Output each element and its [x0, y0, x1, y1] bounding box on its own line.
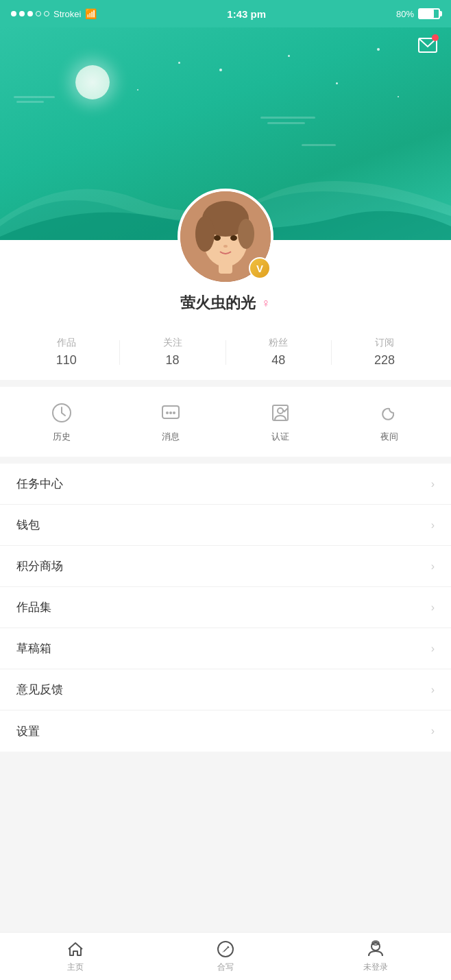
- action-message-label: 消息: [162, 431, 180, 443]
- nav-user-label: 未登录: [363, 961, 388, 973]
- menu-drafts[interactable]: 草稿箱 ›: [0, 628, 451, 669]
- menu-wallet-label: 钱包: [16, 517, 40, 533]
- star-6: [178, 62, 180, 64]
- menu-points-shop-label: 积分商场: [16, 558, 63, 574]
- nav-home-label: 主页: [67, 961, 84, 973]
- cloud-5: [302, 144, 336, 146]
- quick-actions: 历史 消息 认证: [0, 387, 451, 457]
- nav-user[interactable]: 未登录: [301, 940, 451, 973]
- svg-point-12: [166, 411, 169, 414]
- stat-subscribe-value: 228: [374, 353, 395, 368]
- menu-list: 任务中心 › 钱包 › 积分商场 › 作品集 › 草稿箱 › 意见反馈 › 设置…: [0, 464, 451, 752]
- stat-works-label: 作品: [57, 337, 76, 349]
- menu-feedback-label: 意见反馈: [16, 682, 63, 697]
- history-icon: [49, 401, 74, 425]
- gender-icon: ♀: [261, 296, 271, 311]
- nav-collab[interactable]: 合写: [150, 940, 300, 973]
- action-verify-label: 认证: [271, 431, 289, 443]
- menu-drafts-label: 草稿箱: [16, 641, 51, 656]
- menu-task-center[interactable]: 任务中心 ›: [0, 464, 451, 505]
- stats-row: 作品 110 关注 18 粉丝 48 订阅 228: [0, 324, 451, 380]
- svg-point-14: [173, 411, 175, 414]
- cloud-1: [14, 96, 55, 98]
- avatar-wrapper: V: [178, 189, 273, 285]
- battery-icon: [418, 8, 440, 19]
- signal-dot-5: [44, 11, 49, 16]
- star-4: [377, 48, 380, 51]
- svg-point-9: [223, 245, 228, 248]
- menu-feedback[interactable]: 意见反馈 ›: [0, 669, 451, 710]
- menu-works-collection-label: 作品集: [16, 599, 51, 615]
- action-night[interactable]: 夜间: [335, 401, 445, 443]
- signal-dot-1: [11, 11, 16, 16]
- stat-following-label: 关注: [163, 337, 182, 349]
- status-time: 1:43 pm: [227, 8, 266, 20]
- chevron-right-icon-4: ›: [431, 601, 435, 614]
- menu-wallet[interactable]: 钱包 ›: [0, 505, 451, 546]
- message-icon: [158, 401, 183, 425]
- cloud-4: [267, 122, 305, 124]
- nav-home[interactable]: 主页: [0, 940, 150, 973]
- svg-point-4: [195, 216, 215, 252]
- cloud-2: [16, 101, 44, 103]
- status-right: 80%: [396, 8, 440, 19]
- cloud-3: [260, 117, 315, 119]
- night-icon: [377, 401, 402, 425]
- chevron-right-icon-6: ›: [431, 684, 435, 696]
- menu-points-shop[interactable]: 积分商场 ›: [0, 546, 451, 587]
- moon-decoration: [75, 65, 110, 99]
- signal-dot-2: [19, 11, 25, 16]
- menu-settings-label: 设置: [16, 724, 40, 739]
- nav-collab-label: 合写: [217, 961, 234, 973]
- star-5: [398, 96, 399, 97]
- star-2: [288, 55, 290, 57]
- stat-subscribe[interactable]: 订阅 228: [332, 337, 437, 368]
- menu-settings[interactable]: 设置 ›: [0, 710, 451, 752]
- action-history[interactable]: 历史: [7, 401, 117, 443]
- battery-fill: [419, 10, 434, 18]
- stat-following-value: 18: [166, 353, 180, 368]
- profile-section: V 萤火虫的光 ♀ 作品 110 关注 18 粉丝 48 订阅 228: [0, 189, 451, 380]
- star-1: [219, 69, 222, 71]
- stat-works[interactable]: 作品 110: [14, 337, 119, 368]
- signal-dots: [11, 11, 49, 16]
- stat-following[interactable]: 关注 18: [120, 337, 226, 368]
- stat-subscribe-label: 订阅: [375, 337, 394, 349]
- svg-point-13: [169, 411, 172, 414]
- username: 萤火虫的光: [180, 293, 256, 313]
- action-verify[interactable]: 认证: [226, 401, 335, 443]
- chevron-right-icon-2: ›: [431, 519, 435, 531]
- action-message[interactable]: 消息: [117, 401, 226, 443]
- status-bar: Strokei 📶 1:43 pm 80%: [0, 0, 451, 27]
- chevron-right-icon: ›: [431, 478, 435, 490]
- stat-works-value: 110: [56, 353, 77, 368]
- mail-badge: [432, 34, 439, 41]
- svg-point-8: [230, 235, 237, 241]
- home-icon: [66, 940, 85, 959]
- verify-icon: [268, 401, 293, 425]
- svg-point-7: [214, 235, 221, 241]
- bottom-nav: 主页 合写 未登录: [0, 932, 451, 980]
- svg-point-16: [278, 408, 283, 414]
- chevron-right-icon-5: ›: [431, 643, 435, 655]
- signal-dot-4: [36, 11, 41, 16]
- chevron-right-icon-3: ›: [431, 560, 435, 573]
- carrier-name: Strokei: [53, 9, 81, 19]
- action-night-label: 夜间: [380, 431, 398, 443]
- username-row: 萤火虫的光 ♀: [180, 293, 271, 313]
- status-left: Strokei 📶: [11, 8, 97, 19]
- star-3: [336, 82, 338, 84]
- menu-works-collection[interactable]: 作品集 ›: [0, 587, 451, 628]
- svg-rect-6: [219, 260, 232, 274]
- star-7: [137, 89, 138, 91]
- action-history-label: 历史: [53, 431, 71, 443]
- wifi-icon: 📶: [85, 8, 97, 19]
- signal-dot-3: [27, 11, 33, 16]
- mail-button[interactable]: [415, 33, 440, 58]
- avatar-section: V 萤火虫的光 ♀: [0, 189, 451, 313]
- stat-fans-value: 48: [271, 353, 285, 368]
- vip-badge: V: [249, 257, 271, 279]
- stat-fans-label: 粉丝: [269, 337, 288, 349]
- menu-task-center-label: 任务中心: [16, 476, 63, 492]
- stat-fans[interactable]: 粉丝 48: [226, 337, 332, 368]
